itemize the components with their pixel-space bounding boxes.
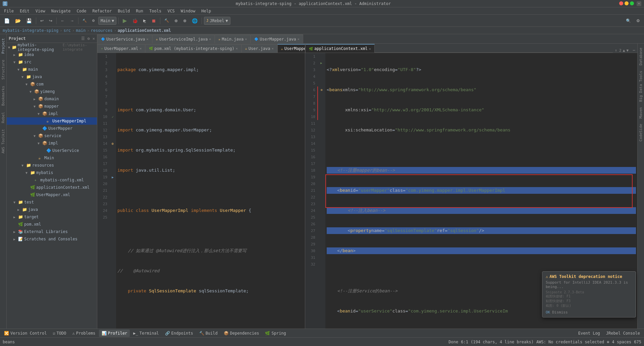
left-code-content[interactable]: package com.yimeng.mapper.impl; import c… [116, 53, 305, 329]
bottom-tab-spring[interactable]: 🌿 Spring [262, 330, 288, 337]
toolbar-build-btn[interactable]: 🔨 [80, 17, 89, 25]
menu-view[interactable]: View [33, 8, 48, 14]
tree-ext-libs[interactable]: ▶ 📚 External Libraries [7, 228, 97, 235]
usermapper-xml-tab-close[interactable]: ✕ [140, 47, 142, 50]
breadcrumb-part-2[interactable]: main [76, 28, 86, 33]
toolbar-open-btn[interactable]: 📂 [13, 17, 23, 25]
tree-idea[interactable]: ▶ 📁 idea [7, 51, 97, 58]
tree-src[interactable]: ▼ 📁 src [7, 58, 97, 66]
sidebar-options-btn[interactable]: ☰ [81, 36, 85, 41]
toolbar-fwd-btn[interactable]: → [68, 17, 76, 25]
bottom-tab-profiler[interactable]: 📊 Profiler [99, 330, 130, 337]
tree-mybatis-folder[interactable]: ▼ 📁 mybatis [7, 169, 97, 176]
bottom-tab-jrebel[interactable]: JRebel Console [603, 330, 643, 337]
toolbar-build2-btn[interactable]: 🔨 [162, 17, 171, 25]
tree-root[interactable]: ▼ 📁 mybatis-integrate-sping E:\mybatis-i… [7, 44, 97, 51]
tab-main[interactable]: ☕ Main.java ✕ [215, 35, 251, 43]
aws-side-tab[interactable]: AWS Toolkit [0, 126, 6, 156]
user-java-tab-close[interactable]: ✕ [272, 47, 274, 50]
rebel-side-tab[interactable]: Rebel [0, 109, 6, 126]
toolbar-search-btn[interactable]: 🔍 [624, 17, 633, 25]
menu-code[interactable]: Code [74, 8, 89, 14]
tab-usermapper-xml[interactable]: ✦ UserMapper.xml ✕ [97, 44, 145, 53]
breadcrumb-part-1[interactable]: src [63, 28, 71, 33]
toolbar-undo-btn[interactable]: ↩ [38, 17, 46, 25]
menu-edit[interactable]: Edit [17, 8, 32, 14]
menu-navigate[interactable]: Navigate [49, 8, 73, 14]
sidebar-close-icon[interactable]: ✕ [93, 36, 95, 41]
tree-appctx[interactable]: 🌿 applicationContext.xml [7, 184, 97, 191]
tab-usermapperimpl-java[interactable]: ☕ UserMapperImpl.java ✕ [277, 44, 305, 53]
tree-usermapperimpl[interactable]: ☕ UserMapperImpl [7, 117, 97, 125]
sidebar-gear-icon[interactable]: ⚙ [88, 36, 90, 41]
bottom-tab-vcs[interactable]: 🔀 Version Control [1, 330, 49, 337]
toolbar-settings-btn[interactable]: ⚙ [634, 17, 642, 25]
menu-vcs[interactable]: VCS [165, 8, 177, 14]
tab-usermapper-java[interactable]: 🔷 UserMapper.java ✕ [251, 35, 303, 43]
toolbar-coverage-btn[interactable]: ▶̲ [141, 17, 148, 25]
tree-pom[interactable]: 🌿 pom.xml [7, 221, 97, 228]
toolbar-debug-btn[interactable]: 🐞 [130, 17, 140, 25]
usermapper-java-tab-close[interactable]: ✕ [298, 37, 300, 41]
menu-build[interactable]: Build [115, 8, 132, 14]
tree-mapper[interactable]: ▼ 📦 mapper [7, 103, 97, 110]
maximize-button[interactable] [630, 1, 634, 5]
tree-domain[interactable]: ▶ 📦 domain [7, 95, 97, 103]
tree-usermapper-xml[interactable]: 🌿 UserMapper.xml [7, 191, 97, 198]
userservice-tab-close[interactable]: ✕ [147, 37, 149, 41]
menu-window[interactable]: Window [178, 8, 198, 14]
tree-main-class[interactable]: ☕ Main [7, 154, 97, 162]
tree-main[interactable]: ▼ 📁 main [7, 66, 97, 73]
bottom-tab-problems[interactable]: ⚠ Problems [70, 330, 98, 337]
toolbar-config-dropdown[interactable]: Main ▼ [98, 17, 116, 25]
toolbar-translate-btn[interactable]: 🌐 [190, 17, 200, 25]
userserviceimpl-tab-close[interactable]: ✕ [209, 37, 211, 41]
codeside-side-tab[interactable]: CodeSide [638, 121, 644, 144]
aws-popup-dismiss-btn[interactable]: Dismiss [552, 310, 568, 314]
right-editor-menu-btn[interactable]: ⋯ [631, 48, 637, 53]
tree-scratches[interactable]: ▶ 📝 Scratches and Consoles [7, 235, 97, 243]
tree-service-impl[interactable]: ▼ 📦 impl [7, 139, 97, 147]
menu-file[interactable]: File [1, 8, 16, 14]
tree-userservice[interactable]: 🔷 UserService [7, 147, 97, 154]
bottom-tab-todo[interactable]: ☑ TODO [50, 330, 69, 337]
project-side-tab[interactable]: Project [0, 36, 6, 56]
tab-userservice[interactable]: 🔷 UserService.java ✕ [97, 35, 152, 43]
toolbar-save-btn[interactable]: 💾 [24, 17, 34, 25]
tab-user-java[interactable]: ☕ User.java ✕ [241, 44, 277, 53]
menu-run[interactable]: Run [133, 8, 146, 14]
tree-test[interactable]: ▼ 📁 test [7, 198, 97, 206]
bottom-tab-deps[interactable]: 📦 Dependencies [221, 330, 262, 337]
menu-help[interactable]: Help [199, 8, 214, 14]
tree-test-java[interactable]: ▶ 📁 java [7, 206, 97, 213]
tree-impl-folder[interactable]: ▼ 📦 impl [7, 110, 97, 117]
toolbar-stop2-btn[interactable]: ⊗ [181, 17, 189, 25]
bigdata-side-tab[interactable]: Big Data Tools [638, 68, 644, 105]
breadcrumb-part-3[interactable]: resources [91, 28, 112, 33]
tree-mybatis-config[interactable]: ✦ mybatis-config.xml [7, 176, 97, 184]
maven-side-tab[interactable]: Maven [638, 105, 644, 121]
main-tab-close[interactable]: ✕ [245, 37, 247, 41]
bottom-tab-terminal[interactable]: ▶_ Terminal [130, 330, 161, 337]
toolbar-stop-btn[interactable]: ⏹ [149, 17, 158, 25]
minimize-button[interactable] [625, 1, 629, 5]
tab-userserviceimpl[interactable]: ☕ UserServiceImpl.java ✕ [152, 35, 215, 43]
bottom-tab-build[interactable]: 🔨 Build [197, 330, 220, 337]
close-button[interactable] [619, 1, 623, 5]
bookmarks-side-tab[interactable]: Bookmarks [0, 83, 6, 109]
right-up-btn[interactable]: ▲ [623, 48, 625, 53]
tree-service[interactable]: ▼ 📦 service [7, 132, 97, 139]
tab-appctx[interactable]: 🌿 applicationContext.xml ✕ [305, 44, 375, 53]
toolbar-redo-btn[interactable]: ↪ [47, 17, 54, 25]
pom-tab-close[interactable]: ✕ [236, 47, 238, 50]
menu-refactor[interactable]: Refactor [90, 8, 114, 14]
structure-side-tab[interactable]: Structure [0, 57, 6, 82]
breadcrumb-part-4[interactable]: applicationContext.xml [118, 28, 171, 33]
toolbar-back-btn[interactable]: ← [59, 17, 67, 25]
toolbar-coverage2-btn[interactable]: ⊕ [172, 17, 180, 25]
toolbar-new-btn[interactable]: 📄 [2, 17, 12, 25]
right-down-btn[interactable]: ▼ [626, 48, 629, 53]
menu-tools[interactable]: Tools [147, 8, 164, 14]
tree-usermapper[interactable]: 🔷 UserMapper [7, 125, 97, 132]
toolbar-jrebel-dropdown[interactable]: J JRebel ▼ [204, 17, 230, 25]
